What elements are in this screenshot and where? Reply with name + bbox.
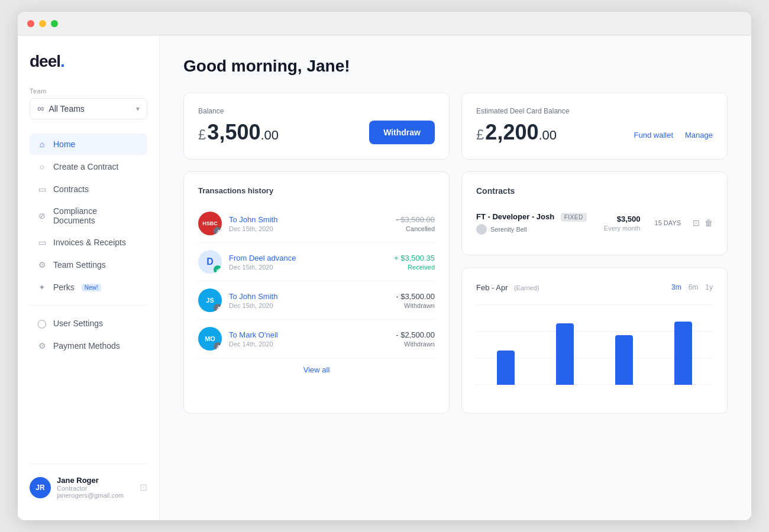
sidebar-item-home[interactable]: ⌂ Home [30,134,147,155]
assignee-name: Serenity Bell [490,226,527,233]
sidebar-nav: ⌂ Home ○ Create a Contract ▭ Contracts ⊘… [30,134,147,456]
team-settings-icon: ⚙ [37,259,47,270]
sidebar-item-perks[interactable]: ✦ Perks New! [30,277,147,298]
sidebar-item-user-settings[interactable]: ◯ User Settings [30,313,147,334]
sidebar: deel. Team ∞ All Teams ▾ ⌂ Home ○ Create… [18,35,160,520]
tx-arrow-icon: ↗ [214,304,222,312]
tx-amount: - $3,500.00 [396,292,435,301]
tx-arrow-icon: ↗ [214,227,222,235]
user-action-icon[interactable]: ⊡ [140,482,147,493]
contract-item: FT - Developer - Josh FIXED Serenity Bel… [476,205,713,241]
tx-amount-col: - $3,500.00 Withdrawn [396,292,435,309]
deel-whole: 2,200 [485,120,538,144]
profile-divider [30,463,147,464]
sidebar-divider [30,305,147,306]
logo: deel. [30,52,147,71]
tx-arrow-icon: ↙ [214,265,222,274]
transactions-title: Transactions history [198,186,435,195]
sidebar-item-label: Home [53,140,75,149]
tx-logo-text: HSBC [202,220,218,226]
team-selector[interactable]: ∞ All Teams ▾ [30,98,147,119]
tx-logo-deel: D ↙ [198,250,222,274]
payment-icon: ⚙ [37,340,47,351]
view-all-link[interactable]: View all [198,358,435,374]
tx-status: Received [394,264,435,271]
chart-column: Jan [476,304,535,385]
chart-bar [674,322,692,385]
sidebar-item-invoices-receipts[interactable]: ▭ Invoices & Receipts [30,232,147,253]
sidebar-item-label: Team Settings [53,260,106,270]
sidebar-item-team-settings[interactable]: ⚙ Team Settings [30,254,147,275]
greeting: Good morning, Jane! [183,57,728,76]
main-content: Good morning, Jane! Balance £3,500.00 Wi… [160,35,751,520]
transaction-item: HSBC ↗ To John Smith Dec 15th, 2020 - $3… [198,205,435,243]
fullscreen-dot[interactable] [51,20,58,27]
contract-name-row: FT - Developer - Josh FIXED [476,211,597,222]
balance-row: £3,500.00 Withdraw [198,120,435,145]
tx-logo-hsbc: HSBC ↗ [198,212,222,235]
tx-logo-text: MO [205,335,215,342]
contract-info: FT - Developer - Josh FIXED Serenity Bel… [476,211,597,235]
tx-status: Withdrawn [396,302,435,309]
tx-name[interactable]: To John Smith [229,292,389,301]
chart-period-1y[interactable]: 1y [705,283,713,291]
user-info: Jane Roger Contractor janerogers@gmail.c… [57,476,134,499]
tx-name[interactable]: To Mark O'neil [229,330,389,339]
tx-amount-col: + $3,500.35 Received [394,254,435,271]
chart-period-3m[interactable]: 3m [671,283,681,291]
perks-badge: New! [82,284,101,291]
copy-icon[interactable]: ⊡ [693,218,700,228]
manage-link[interactable]: Manage [685,131,713,140]
sidebar-item-payment-methods[interactable]: ⚙ Payment Methods [30,335,147,356]
sidebar-item-contracts[interactable]: ▭ Contracts [30,179,147,200]
team-name: All Teams [49,104,136,113]
minimize-dot[interactable] [39,20,46,27]
deel-balance-row: £2,200.00 Fund wallet Manage [476,120,713,145]
chart-area: JanFebMarApr [476,304,713,399]
team-label: Team [30,87,147,95]
chart-title-group: Feb - Apr (Earned) [476,282,539,293]
deel-card-label: Estimated Deel Card Balance [476,107,713,115]
balance-whole: 3,500 [207,120,260,144]
avatar: JR [30,477,51,498]
balance-amount: £3,500.00 [198,120,279,145]
home-icon: ⌂ [37,139,47,150]
fund-wallet-link[interactable]: Fund wallet [634,131,673,140]
sidebar-item-label: Compliance Documents [53,206,140,225]
sidebar-item-create-contract[interactable]: ○ Create a Contract [30,156,147,177]
delete-icon[interactable]: 🗑 [705,218,713,228]
contract-badge: FIXED [561,213,587,222]
create-contract-icon: ○ [37,161,47,172]
deel-cents: .00 [538,128,557,142]
contract-amount: $3,500 [604,215,641,223]
tx-amount: - $2,500.00 [396,330,435,339]
sidebar-bottom: JR Jane Roger Contractor janerogers@gmai… [30,456,147,504]
tx-status: Withdrawn [396,340,435,348]
deel-card-actions: Fund wallet Manage [634,131,713,140]
tx-date: Dec 15th, 2020 [229,302,389,309]
infinity-icon: ∞ [37,103,44,114]
invoices-icon: ▭ [37,237,47,248]
sidebar-item-compliance-documents[interactable]: ⊘ Compliance Documents [30,201,147,231]
perks-icon: ✦ [37,282,47,293]
balance-label: Balance [198,107,435,115]
sidebar-item-label: Payment Methods [53,341,120,351]
chevron-down-icon: ▾ [136,105,140,113]
tx-name[interactable]: To John Smith [229,215,389,224]
chart-period-label: (Earned) [514,284,539,291]
contract-recurrence: Every month [604,225,641,232]
transaction-item: JS ↗ To John Smith Dec 15th, 2020 - $3,5… [198,281,435,320]
chart-card: Feb - Apr (Earned) 3m 6m 1y [461,267,728,414]
chart-period-6m[interactable]: 6m [689,283,699,291]
tx-date: Dec 15th, 2020 [229,264,387,271]
tx-details: To John Smith Dec 15th, 2020 [229,292,389,309]
tx-logo-text: D [206,257,214,267]
tx-details: To John Smith Dec 15th, 2020 [229,215,389,232]
tx-name[interactable]: From Deel advance [229,254,387,262]
sidebar-item-label: Contracts [53,184,89,194]
compliance-icon: ⊘ [37,210,47,221]
user-profile: JR Jane Roger Contractor janerogers@gmai… [30,471,147,504]
close-dot[interactable] [27,20,34,27]
chart-column: Apr [654,304,713,385]
withdraw-button[interactable]: Withdraw [369,121,435,144]
